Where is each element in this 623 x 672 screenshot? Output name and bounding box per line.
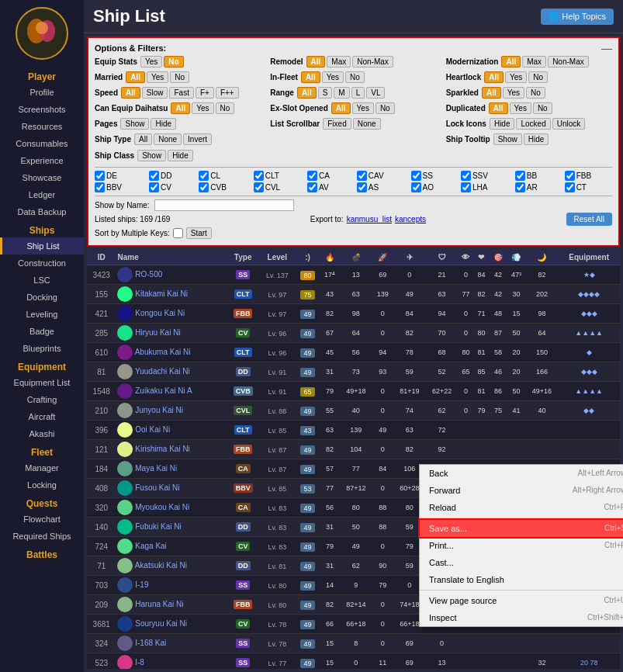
- col-h2[interactable]: 💣: [340, 250, 372, 265]
- scrollbar-fixed-btn[interactable]: Fixed: [323, 118, 351, 130]
- dup-all-btn[interactable]: All: [489, 102, 508, 114]
- sidebar-item-screenshots[interactable]: Screenshots: [0, 101, 84, 118]
- tooltip-hide-btn[interactable]: Hide: [524, 133, 549, 145]
- tooltip-show-btn[interactable]: Show: [493, 133, 522, 145]
- table-row[interactable]: 121 Kirishima Kai Ni FBB Lv. 87 49 82 10…: [87, 440, 620, 459]
- ship-name-link[interactable]: Maya Kai Ni: [135, 464, 177, 473]
- equip-no-btn[interactable]: No: [164, 56, 183, 68]
- remodel-nonmax-btn[interactable]: Non-Max: [352, 56, 393, 68]
- sidebar-item-equipment-list[interactable]: Equipment List: [0, 374, 84, 391]
- heartlock-yes-btn[interactable]: Yes: [505, 71, 527, 83]
- cb-av[interactable]: AV: [307, 182, 351, 192]
- dup-yes-btn[interactable]: Yes: [510, 102, 531, 114]
- table-row[interactable]: 1548 Zuikaku Kai Ni A CVB Lv. 91 65 79 4…: [87, 382, 620, 401]
- cb-cl[interactable]: CL: [199, 171, 247, 181]
- cb-ar[interactable]: AR: [515, 182, 559, 192]
- ship-name-link[interactable]: Junyou Kai Ni: [135, 406, 183, 414]
- ship-name-link[interactable]: Yuudachi Kai Ni: [135, 367, 190, 376]
- cb-clt[interactable]: CLT: [254, 171, 301, 181]
- col-h10[interactable]: 🌙: [526, 250, 559, 265]
- col-h1[interactable]: 🔥: [320, 250, 340, 265]
- scrollbar-none-btn[interactable]: None: [353, 118, 381, 130]
- sidebar-item-required-ships[interactable]: Required Ships: [0, 528, 84, 545]
- cb-ssv[interactable]: SSV: [461, 171, 509, 181]
- sidebar-item-akashi[interactable]: Akashi: [0, 425, 84, 442]
- table-row[interactable]: 210 Junyou Kai Ni CVL Lv. 88 49 55 40 0 …: [87, 401, 620, 421]
- sidebar-item-showcase[interactable]: Showcase: [0, 169, 84, 186]
- ship-name-link[interactable]: Kaga Kai: [135, 542, 167, 550]
- cb-cav[interactable]: CAV: [357, 171, 405, 181]
- table-row[interactable]: 285 Hiryuu Kai Ni CV Lv. 96 49 67 64 0 8…: [87, 324, 620, 343]
- cb-ao[interactable]: AO: [411, 182, 455, 192]
- speed-fast-btn[interactable]: Fast: [169, 87, 193, 99]
- table-row[interactable]: 155 Kitakami Kai Ni CLT Lv. 97 75 43 63 …: [87, 285, 620, 304]
- sidebar-item-profile[interactable]: Profile: [0, 84, 84, 101]
- ship-name-link[interactable]: RO-500: [135, 270, 162, 279]
- married-no-btn[interactable]: No: [170, 71, 189, 83]
- speed-all-btn[interactable]: All: [121, 87, 140, 99]
- can-equip-all-btn[interactable]: All: [171, 102, 190, 114]
- cb-bbv[interactable]: BBV: [95, 182, 143, 192]
- cb-cvb[interactable]: CVB: [199, 182, 247, 192]
- sidebar-item-resources[interactable]: Resources: [0, 118, 84, 135]
- context-menu-item[interactable]: BackAlt+Left Arrow: [420, 465, 623, 482]
- col-h6[interactable]: 👁: [458, 250, 473, 265]
- reset-all-button[interactable]: Reset All: [566, 213, 612, 226]
- sparkled-no-btn[interactable]: No: [526, 87, 545, 99]
- table-row[interactable]: 610 Abukuma Kai Ni CLT Lv. 96 49 45 56 9…: [87, 343, 620, 362]
- ship-name-link[interactable]: Fusou Kai Ni: [135, 483, 179, 492]
- cb-de[interactable]: DE: [95, 171, 143, 181]
- sidebar-item-aircraft[interactable]: Aircraft: [0, 408, 84, 425]
- sidebar-item-docking[interactable]: Docking: [0, 289, 84, 306]
- context-menu-item[interactable]: Save as...Ctrl+S: [420, 520, 623, 537]
- ship-name-link[interactable]: I-8: [135, 658, 144, 667]
- ship-name-link[interactable]: Haruna Kai Ni: [135, 600, 183, 608]
- pages-hide-btn[interactable]: Hide: [151, 118, 176, 130]
- ship-name-link[interactable]: I-168 Kai: [135, 639, 166, 647]
- sidebar-item-crafting[interactable]: Crafting: [0, 391, 84, 408]
- cb-as[interactable]: AS: [357, 182, 405, 192]
- sidebar-item-leveling[interactable]: Leveling: [0, 306, 84, 323]
- sparkled-yes-btn[interactable]: Yes: [503, 87, 524, 99]
- sidebar-item-blueprints[interactable]: Blueprints: [0, 340, 84, 357]
- ship-type-all-btn[interactable]: All: [134, 133, 152, 145]
- modern-max-btn[interactable]: Max: [522, 56, 546, 68]
- sort-checkbox[interactable]: [173, 228, 183, 238]
- married-yes-btn[interactable]: Yes: [147, 71, 168, 83]
- cb-fbb[interactable]: FBB: [565, 171, 612, 181]
- table-row[interactable]: 396 Ooi Kai Ni CLT Lv. 85 43 63 139 49 6…: [87, 421, 620, 440]
- infleet-yes-btn[interactable]: Yes: [322, 71, 344, 83]
- context-menu-item[interactable]: Cast...: [420, 554, 623, 571]
- sidebar-item-construction[interactable]: Construction: [0, 255, 84, 272]
- cb-ss[interactable]: SS: [411, 171, 455, 181]
- col-h3[interactable]: 🚀: [372, 250, 393, 265]
- col-smiley[interactable]: :): [296, 250, 320, 265]
- export-kanmusu-link[interactable]: kanmusu_list: [347, 215, 392, 223]
- ship-name-link[interactable]: Akatsuki Kai Ni: [135, 561, 187, 570]
- cb-dd[interactable]: DD: [149, 171, 192, 181]
- col-h8[interactable]: 🎯: [489, 250, 507, 265]
- sidebar-item-lsc[interactable]: LSC: [0, 272, 84, 289]
- help-button[interactable]: 🌐 Help Topics: [541, 9, 614, 25]
- range-vl-btn[interactable]: VL: [366, 87, 385, 99]
- can-equip-no-btn[interactable]: No: [216, 102, 235, 114]
- speed-fpp-btn[interactable]: F++: [216, 87, 239, 99]
- ship-name-link[interactable]: I-19: [135, 580, 148, 589]
- ship-type-invert-btn[interactable]: Invert: [183, 133, 212, 145]
- infleet-no-btn[interactable]: No: [345, 71, 365, 83]
- col-h5[interactable]: 🛡: [426, 250, 459, 265]
- sidebar-item-locking[interactable]: Locking: [0, 476, 84, 494]
- lock-locked-btn[interactable]: Locked: [516, 118, 550, 130]
- sidebar-item-data-backup[interactable]: Data Backup: [0, 203, 84, 220]
- lock-hide-btn[interactable]: Hide: [490, 118, 515, 130]
- cb-ca[interactable]: CA: [307, 171, 351, 181]
- col-name[interactable]: Name: [116, 250, 227, 265]
- remodel-max-btn[interactable]: Max: [327, 56, 351, 68]
- table-row[interactable]: 3423 RO-500 SS Lv. 137 80 17⁴ 13 69 0 21…: [87, 265, 620, 285]
- range-l-btn[interactable]: L: [351, 87, 365, 99]
- lock-unlock-btn[interactable]: Unlock: [552, 118, 586, 130]
- married-all-btn[interactable]: All: [126, 71, 145, 83]
- cb-ct[interactable]: CT: [565, 182, 612, 192]
- modern-nonmax-btn[interactable]: Non-Max: [548, 56, 589, 68]
- cb-bb[interactable]: BB: [515, 171, 559, 181]
